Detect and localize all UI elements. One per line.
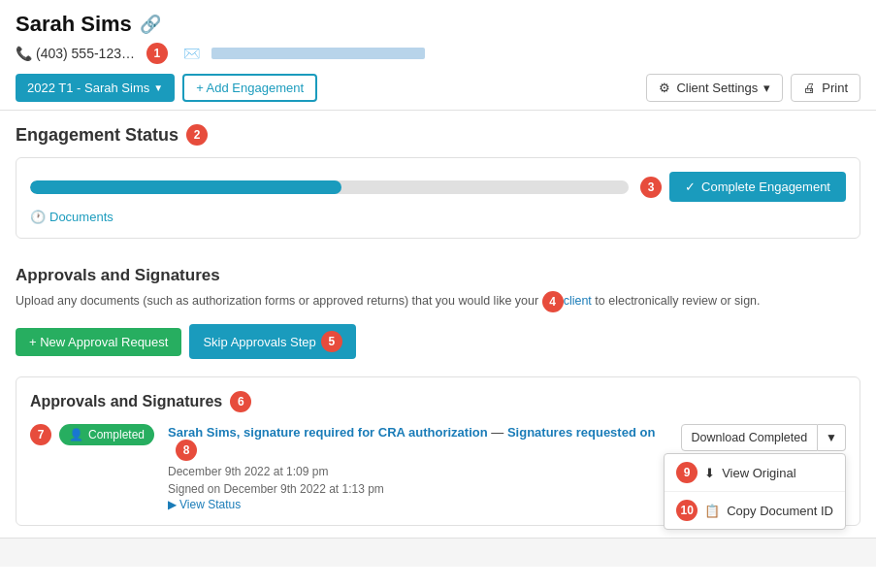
progress-row: 3 ✓ Complete Engagement (30, 172, 846, 202)
approval-actions: Download Completed ▼ 9 ⬇ View Original 1… (681, 424, 846, 451)
phone-icon: 📞 (16, 46, 32, 61)
view-original-label: View Original (722, 466, 795, 480)
view-status-link[interactable]: ▶ View Status (168, 498, 667, 511)
chevron-down-icon-settings: ▾ (763, 81, 770, 95)
annotation-4: 4 (542, 291, 564, 312)
email-bar-placeholder (211, 48, 425, 59)
complete-engagement-label: Complete Engagement (701, 180, 830, 194)
approval-date1: December 9th 2022 at 1:09 pm (168, 465, 328, 478)
new-approval-request-button[interactable]: + New Approval Request (16, 328, 181, 356)
dropdown-arrow-button[interactable]: ▼ (818, 424, 846, 451)
documents-link[interactable]: 🕐 Documents (30, 210, 846, 224)
approvals-client-link[interactable]: client (564, 294, 592, 308)
annotation-5: 5 (321, 331, 342, 352)
approvals-desc-part1: Upload any documents (such as authorizat… (16, 294, 542, 308)
client-name: Sarah Sims (16, 12, 132, 37)
view-status-label: View Status (179, 498, 241, 511)
progress-bar-fill (30, 180, 341, 194)
status-label: Completed (88, 428, 145, 441)
skip-approvals-button[interactable]: Skip Approvals Step 5 (189, 324, 355, 359)
approvals-btn-row: + New Approval Request Skip Approvals St… (16, 324, 860, 359)
phone-number: 📞 (403) 555-123… (16, 46, 135, 61)
approval-meta: December 9th 2022 at 1:09 pm Signed on D… (168, 463, 667, 498)
approval-content: Sarah Sims, signature required for CRA a… (168, 424, 667, 511)
user-icon: 👤 (69, 428, 83, 441)
annotation-2: 2 (186, 124, 208, 146)
checkmark-icon: ✓ (685, 180, 696, 194)
engagement-status-title: Engagement Status 2 (16, 124, 860, 146)
approvals-inner-card: Approvals and Signatures 6 7 👤 Completed… (16, 376, 860, 526)
print-label: Print (822, 81, 848, 95)
client-settings-button[interactable]: ⚙ Client Settings ▾ (646, 74, 783, 102)
engagement-card: 3 ✓ Complete Engagement 🕐 Documents (16, 157, 860, 239)
engagement-status-section: Engagement Status 2 3 ✓ Complete Engagem… (0, 111, 876, 252)
engagement-selector[interactable]: 2022 T1 - Sarah Sims ▼ (16, 74, 175, 102)
annotation-9: 9 (676, 462, 698, 483)
email-icon: ✉️ (183, 46, 200, 61)
approval-title-text: Sarah Sims, signature required for CRA a… (168, 425, 655, 440)
chevron-down-icon-dropdown: ▼ (826, 431, 837, 444)
scroll-area (0, 538, 876, 567)
approvals-description: Upload any documents (such as authorizat… (16, 291, 860, 312)
triangle-icon: ▶ (168, 498, 177, 511)
approvals-desc-part2: to electronically review or sign. (592, 294, 761, 308)
download-completed-button[interactable]: Download Completed (681, 424, 819, 451)
add-engagement-button[interactable]: + Add Engagement (182, 74, 317, 102)
toolbar-row: 2022 T1 - Sarah Sims ▼ + Add Engagement … (16, 74, 860, 102)
client-name-row: Sarah Sims 🔗 (16, 12, 860, 37)
annotation-10: 10 (676, 500, 698, 521)
approvals-section: Approvals and Signatures Upload any docu… (0, 252, 876, 365)
annotation-8: 8 (176, 440, 197, 461)
annotation-7: 7 (30, 424, 51, 445)
page-header: Sarah Sims 🔗 📞 (403) 555-123… 1 ✉️ 2022 … (0, 0, 876, 110)
approval-date2: Signed on December 9th 2022 at 1:13 pm (168, 482, 384, 496)
chevron-down-icon: ▼ (153, 82, 163, 93)
skip-approvals-label: Skip Approvals Step (203, 335, 315, 349)
clock-icon: 🕐 (30, 210, 46, 224)
client-settings-label: Client Settings (676, 81, 758, 95)
documents-label: Documents (49, 210, 114, 224)
approval-title-label: Sarah Sims, signature required for CRA a… (168, 425, 488, 440)
toolbar-right: ⚙ Client Settings ▾ 🖨 Print (646, 74, 860, 102)
dropdown-menu: 9 ⬇ View Original 10 📋 Copy Document ID (664, 453, 846, 530)
inner-card-title-label: Approvals and Signatures (30, 393, 222, 410)
approvals-section-label: Approvals and Signatures (16, 266, 220, 284)
approval-title-line: Sarah Sims, signature required for CRA a… (168, 424, 667, 461)
download-icon: ⬇ (704, 466, 715, 480)
engagement-status-label: Engagement Status (16, 125, 178, 146)
approval-item: 7 👤 Completed Sarah Sims, signature requ… (30, 424, 846, 511)
link-icon: 🔗 (140, 14, 161, 35)
status-badge-completed: 👤 Completed (59, 424, 154, 445)
inner-card-title: Approvals and Signatures 6 (30, 391, 846, 412)
view-original-item[interactable]: 9 ⬇ View Original (665, 454, 845, 492)
contact-row: 📞 (403) 555-123… 1 ✉️ (16, 43, 860, 64)
toolbar-left: 2022 T1 - Sarah Sims ▼ + Add Engagement (16, 74, 317, 102)
annotation-3: 3 (640, 177, 662, 198)
engagement-label: 2022 T1 - Sarah Sims (27, 81, 149, 95)
approvals-title: Approvals and Signatures (16, 266, 860, 285)
gear-icon: ⚙ (659, 81, 670, 95)
annotation-6: 6 (230, 391, 251, 412)
print-icon: 🖨 (803, 81, 816, 95)
approval-subtitle: Signatures requested on (507, 425, 655, 440)
copy-document-id-item[interactable]: 10 📋 Copy Document ID (665, 492, 845, 529)
copy-icon: 📋 (704, 504, 720, 518)
copy-document-id-label: Copy Document ID (727, 504, 833, 518)
complete-engagement-button[interactable]: ✓ Complete Engagement (669, 172, 846, 202)
progress-bar-track (30, 180, 629, 194)
annotation-1: 1 (146, 43, 168, 64)
print-button[interactable]: 🖨 Print (791, 74, 860, 102)
